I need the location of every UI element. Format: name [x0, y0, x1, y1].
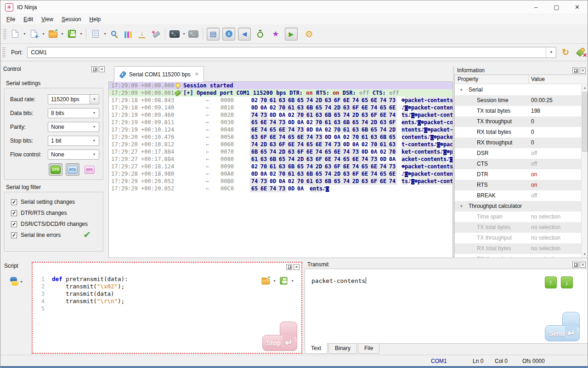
information-toggle[interactable]: i [222, 28, 235, 40]
toolbar-grip[interactable] [3, 29, 6, 40]
chevron-down-icon[interactable]: ▾ [90, 109, 99, 118]
terminal-button[interactable] [168, 27, 181, 41]
scroll-up-icon[interactable]: ▲ [582, 85, 588, 91]
info-row[interactable]: RX throughputno selection [455, 254, 581, 258]
info-row[interactable]: DSRoff [455, 148, 581, 159]
info-row[interactable]: TX throughputno selection [455, 233, 581, 243]
log-hex-row[interactable]: 17:29:20 +00:10.812←0060742D636F6E74656E… [109, 141, 452, 148]
flow-control-combobox[interactable]: None▾ [48, 150, 99, 160]
menu-view[interactable]: View [37, 14, 57, 24]
collapse-triangle-icon[interactable]: ▾ [460, 201, 463, 212]
log-file-dropdown[interactable]: ▾ [102, 32, 107, 36]
log-hex-row[interactable]: 17:29:28 +00:18.980←00A00D0A027061636B65… [109, 170, 452, 178]
tab-file[interactable]: File [358, 344, 379, 354]
new-session-button[interactable]: + [28, 27, 40, 41]
transmit-input[interactable]: packet-contents [311, 277, 366, 284]
information-float-button[interactable] [572, 68, 578, 74]
info-row[interactable]: Time spanno selection [455, 212, 581, 222]
info-row[interactable]: TX total bytes198 [455, 106, 581, 116]
refresh-ports-icon[interactable]: ↻ [562, 47, 569, 58]
menu-session[interactable]: Session [57, 14, 85, 24]
terminal-secondary-button[interactable] [187, 27, 200, 41]
menu-help[interactable]: Help [85, 14, 105, 24]
info-row[interactable]: TX total bytesno selection [455, 222, 581, 233]
save-dropdown[interactable]: ▾ [79, 32, 84, 36]
new-session-dropdown[interactable]: ▾ [41, 32, 46, 36]
minimize-button[interactable]: – [526, 0, 546, 14]
timer-toggle[interactable] [254, 28, 266, 40]
send-button[interactable]: Send ↵ [545, 312, 580, 341]
scroll-down-icon[interactable]: ▼ [582, 251, 588, 258]
open-file-dropdown[interactable]: ▾ [60, 32, 65, 36]
info-row[interactable]: RTSon [455, 180, 581, 190]
info-row[interactable]: TX throughput0 [455, 116, 581, 127]
script-editor[interactable]: ✕ ▾ ▾ 1def pretransmit(data):2 transmit(… [32, 262, 302, 354]
info-group-row[interactable]: ▾Throughput calculator [455, 201, 581, 212]
property-column-header[interactable]: Property [458, 76, 478, 82]
log-event-row[interactable]: 17:29:09 +00:00.001[+] Opened port COM1 … [109, 89, 452, 97]
code-editor-lines[interactable]: 1def pretransmit(data):2 transmit("\x02"… [38, 276, 128, 312]
control-float-button[interactable] [91, 66, 97, 72]
code-line[interactable]: 4 transmit("\r\n"); [38, 298, 128, 305]
log-hex-row[interactable]: 17:29:29 +00:20.052←00B074730D0A02706163… [109, 178, 452, 185]
chevron-down-icon[interactable]: ▾ [90, 95, 99, 104]
chevron-down-icon[interactable]: ▾ [90, 122, 99, 132]
dtr-button[interactable]: DTR [49, 163, 62, 176]
control-close-button[interactable]: ✕ [99, 66, 105, 72]
port-value[interactable]: COM1 [28, 49, 546, 56]
script-save-dropdown[interactable]: ▾ [290, 279, 295, 283]
highlight-button[interactable] [122, 27, 135, 41]
new-file-button[interactable] [9, 27, 22, 41]
checkbox[interactable]: ✓ [11, 221, 17, 227]
script-language-dropdown[interactable]: ▾ [19, 280, 24, 284]
find-button[interactable] [108, 27, 121, 41]
tab-binary[interactable]: Binary [328, 344, 357, 354]
port-bar-grip[interactable] [2, 47, 6, 58]
parity-combobox[interactable]: None▾ [48, 122, 99, 132]
run-script-toggle[interactable]: ▶ [285, 28, 298, 40]
script-open-dropdown[interactable]: ▾ [272, 279, 277, 283]
info-row[interactable]: DTRon [455, 169, 581, 180]
chevron-down-icon[interactable]: ▾ [90, 136, 99, 145]
filter-checkbox-row[interactable]: ✓Serial setting changes [5, 195, 103, 206]
rts-button[interactable]: RTS [66, 163, 79, 176]
filter-checkbox-row[interactable]: ✓DSR/CTS/DCD/RI changes [5, 217, 103, 228]
log-hex-row[interactable]: 17:29:19 +00:10.124←00406E74656E74730D0A… [109, 126, 452, 133]
log-hex-row[interactable]: 17:29:18 +00:08.843←0000027061636B65742D… [109, 97, 452, 104]
bookmark-toggle[interactable]: ★ [269, 28, 282, 40]
code-line[interactable]: 1def pretransmit(data): [38, 276, 128, 283]
info-row[interactable]: BREAKoff [455, 190, 581, 201]
open-file-button[interactable] [46, 27, 59, 41]
script-save-button[interactable] [277, 275, 290, 287]
log-hex-row[interactable]: 17:29:27 +00:17.884←008061636B65742D636F… [109, 155, 452, 163]
transmit-close-button[interactable]: ✕ [580, 262, 586, 268]
port-dropdown-button[interactable]: ▼ [546, 47, 556, 58]
stop-bits-combobox[interactable]: 1 bit▾ [48, 136, 99, 146]
disconnect-icon[interactable]: ✕ [576, 47, 587, 58]
information-scrollbar[interactable]: ▲ ▼ [581, 85, 588, 258]
session-tab[interactable]: Serial COM1 115200 bps ✕ [114, 66, 204, 82]
value-column-header[interactable]: Value [531, 76, 545, 82]
import-button[interactable]: ↓ [136, 27, 148, 41]
log-file-button[interactable] [89, 27, 102, 41]
clear-log-button[interactable] [149, 27, 162, 41]
log-event-row[interactable]: 17:29:09 +00:00.000Session started [109, 82, 452, 89]
code-line[interactable]: 3 transmit(data) [38, 290, 128, 298]
info-row[interactable]: Session time00:00:25 [455, 95, 581, 106]
script-close-button[interactable]: ✕ [294, 264, 300, 270]
menu-edit[interactable]: Edit [19, 14, 37, 24]
log-hex-row[interactable]: 17:29:27 +00:18.124←0090027061636B65742D… [109, 163, 452, 170]
collapse-triangle-icon[interactable]: ▾ [460, 85, 463, 95]
menu-file[interactable]: File [2, 14, 19, 24]
info-group-row[interactable]: ▾Serial [455, 85, 581, 95]
history-down-button[interactable]: ↓ [561, 276, 573, 288]
log-view[interactable]: 17:29:09 +00:00.000Session started17:29:… [108, 82, 453, 258]
log-hex-row[interactable]: 17:29:18 +00:09.140←00100D0A027061636B65… [109, 104, 452, 111]
script-float-button[interactable] [286, 264, 292, 270]
save-button[interactable] [65, 27, 78, 41]
log-hex-row[interactable]: 17:29:29 +00:20.052←00C0656E74730D0Aents… [109, 185, 452, 192]
log-hex-row[interactable]: 17:29:19 +00:09.460←002074730D0A02706163… [109, 111, 452, 119]
scrollbar-thumb[interactable] [582, 92, 588, 152]
session-tab-close-icon[interactable]: ✕ [195, 71, 199, 77]
script-open-button[interactable] [260, 275, 272, 287]
